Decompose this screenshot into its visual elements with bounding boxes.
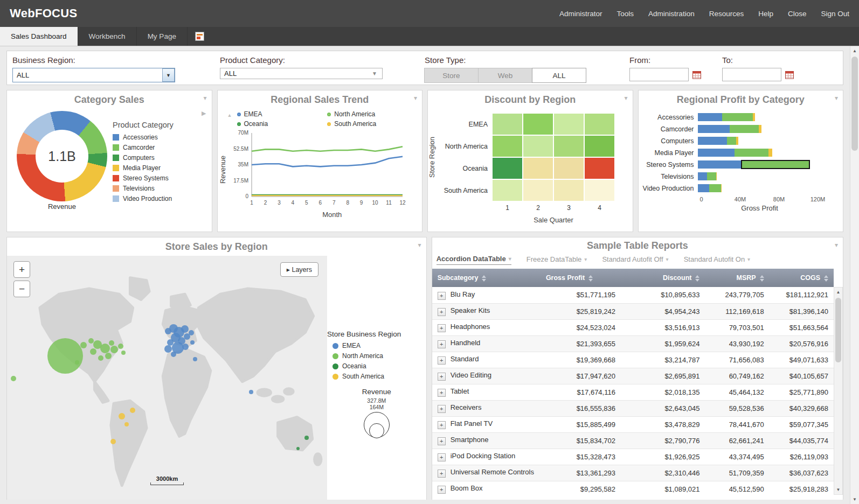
heatmap-cell[interactable]: [492, 135, 523, 157]
bar-stereo-systems[interactable]: [698, 160, 814, 169]
table-row[interactable]: +Headphones$24,523,024$3,516,91379,703,5…: [432, 319, 834, 335]
from-date-input[interactable]: [629, 68, 689, 81]
heatmap-cell[interactable]: [523, 157, 553, 179]
table-row[interactable]: +Boom Box$9,295,582$1,089,02145,512,590$…: [432, 481, 834, 495]
zoom-in-button[interactable]: +: [13, 261, 30, 278]
heatmap-cell[interactable]: [492, 179, 523, 201]
map-bubble[interactable]: [98, 355, 103, 361]
table-row[interactable]: +Universal Remote Controls$13,361,293$2,…: [432, 465, 834, 481]
expand-row-button[interactable]: +: [438, 405, 446, 413]
expand-row-button[interactable]: +: [438, 389, 446, 397]
scroll-up-icon[interactable]: ▲: [850, 46, 859, 55]
bar-segment[interactable]: [742, 160, 809, 169]
map-bubble[interactable]: [249, 390, 253, 394]
legend-item[interactable]: Oceania: [332, 362, 426, 370]
tab-workbench[interactable]: Workbench: [78, 27, 137, 46]
bar-computers[interactable]: [698, 137, 814, 145]
map-bubble[interactable]: [181, 325, 189, 333]
legend-item[interactable]: Media Player: [113, 164, 209, 172]
scrollbar-thumb[interactable]: [835, 298, 841, 362]
table-row[interactable]: +Blu Ray$51,771,195$10,895,633243,779,70…: [432, 287, 834, 303]
sort-icon[interactable]: [588, 275, 593, 282]
bar-camcorder[interactable]: [698, 125, 814, 133]
sort-icon[interactable]: [482, 275, 486, 282]
bar-segment[interactable]: [698, 149, 735, 157]
bar-televisions[interactable]: [698, 172, 814, 180]
category-sales-donut[interactable]: 1.1B: [17, 111, 107, 201]
map-bubble[interactable]: [182, 344, 189, 350]
map-bubble[interactable]: [189, 330, 194, 335]
map-bubble[interactable]: [110, 439, 116, 444]
product-category-select[interactable]: ALL ▼: [220, 68, 383, 79]
legend-item[interactable]: South America: [332, 373, 426, 380]
map-bubble[interactable]: [193, 357, 197, 361]
legend-item[interactable]: Camcorder: [113, 144, 209, 151]
trend-line-emea[interactable]: [252, 157, 403, 167]
bar-segment[interactable]: [735, 149, 768, 157]
expand-row-button[interactable]: +: [438, 421, 446, 429]
map-bubble[interactable]: [121, 351, 126, 355]
table-row[interactable]: +Smartphone$15,834,702$2,790,77662,661,2…: [432, 432, 834, 449]
bar-segment[interactable]: [721, 184, 722, 192]
expand-row-button[interactable]: +: [438, 340, 446, 348]
legend-item[interactable]: North America: [332, 352, 426, 360]
expand-row-button[interactable]: +: [438, 453, 446, 461]
bar-segment[interactable]: [727, 137, 737, 145]
scroll-down-icon[interactable]: ▼: [850, 495, 859, 504]
panel-menu-icon[interactable]: ▾: [414, 94, 417, 102]
world-map[interactable]: + − ▸ Layers 3000km: [7, 256, 327, 500]
panel-menu-icon[interactable]: ▾: [835, 94, 838, 102]
expand-row-button[interactable]: +: [438, 470, 446, 478]
zoom-out-button[interactable]: −: [13, 281, 30, 297]
bar-segment[interactable]: [709, 184, 721, 192]
column-header-msrp[interactable]: MSRP: [705, 269, 769, 287]
heatmap-cell[interactable]: [584, 179, 615, 201]
map-bubble[interactable]: [80, 342, 87, 348]
bar-segment[interactable]: [698, 172, 708, 180]
map-bubble[interactable]: [105, 353, 112, 359]
legend-item[interactable]: Televisions: [113, 185, 209, 192]
chevron-down-icon[interactable]: ▼: [372, 71, 377, 76]
heatmap-cell[interactable]: [584, 113, 615, 135]
map-bubble[interactable]: [75, 360, 79, 365]
panel-menu-icon[interactable]: ▾: [835, 241, 838, 249]
table-row[interactable]: +Tablet$17,674,116$2,018,13545,464,132$2…: [432, 384, 834, 400]
expand-row-button[interactable]: +: [438, 437, 446, 445]
table-row[interactable]: +Speaker Kits$25,819,242$4,954,243112,16…: [432, 303, 834, 319]
store-type-store[interactable]: Store: [424, 68, 479, 83]
table-row[interactable]: +Video Editing$17,947,620$2,695,89160,74…: [432, 368, 834, 384]
scroll-down-icon[interactable]: ▼: [834, 485, 842, 494]
bar-segment[interactable]: [753, 113, 755, 121]
heatmap-cell[interactable]: [553, 135, 584, 157]
column-header-discount[interactable]: Discount: [621, 269, 705, 287]
report-tab-accordion-datatable[interactable]: Accordion DataTable▾: [437, 255, 511, 265]
legend-item[interactable]: Stereo Systems: [113, 174, 209, 182]
chevron-down-icon[interactable]: ▼: [162, 68, 175, 82]
to-date-input[interactable]: [722, 68, 781, 81]
legend-item[interactable]: Accessories: [113, 134, 209, 141]
column-header-gross-profit[interactable]: Gross Profit: [541, 269, 621, 287]
panel-menu-icon[interactable]: ▾: [624, 94, 627, 102]
trend-line-chart[interactable]: 017.5M35M52.5M70M123456789101112: [227, 129, 410, 211]
expand-row-button[interactable]: +: [438, 324, 446, 332]
heatmap-cell[interactable]: [492, 157, 523, 179]
expand-row-button[interactable]: +: [438, 486, 446, 494]
map-bubble[interactable]: [109, 340, 114, 346]
topnav-link-close[interactable]: Close: [788, 10, 807, 18]
map-bubble[interactable]: [110, 346, 118, 353]
table-row[interactable]: +Receivers$16,555,836$2,643,04559,528,53…: [432, 400, 834, 416]
bar-segment[interactable]: [716, 172, 717, 180]
expand-row-button[interactable]: +: [438, 292, 446, 300]
legend-next-icon[interactable]: ▶: [202, 110, 206, 117]
bar-video-production[interactable]: [698, 184, 814, 192]
map-bubble[interactable]: [118, 344, 123, 349]
sort-icon[interactable]: [695, 275, 699, 282]
bar-media-player[interactable]: [698, 149, 814, 157]
map-bubble[interactable]: [296, 447, 300, 450]
bar-segment[interactable]: [736, 137, 738, 145]
report-tab-freeze-datatable[interactable]: Freeze DataTable▾: [527, 255, 587, 265]
bar-segment[interactable]: [698, 137, 727, 145]
column-header-cogs[interactable]: COGS: [770, 269, 834, 287]
map-bubble[interactable]: [130, 408, 135, 413]
map-bubble[interactable]: [119, 413, 125, 419]
